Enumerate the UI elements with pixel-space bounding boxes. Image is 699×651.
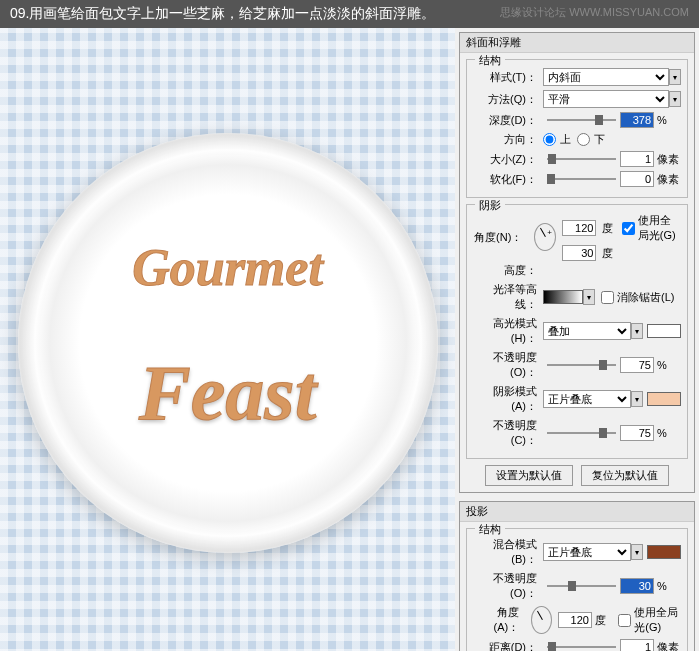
altitude-label: 高度： xyxy=(473,263,543,278)
distance-row: 距离(D)： 像素 xyxy=(473,639,681,651)
direction-row: 方向： 上 下 xyxy=(473,132,681,147)
size-input[interactable] xyxy=(620,151,654,167)
panels: 斜面和浮雕 结构 样式(T)： 内斜面 ▾ 方法(Q)： 平滑 ▾ 深度 xyxy=(455,28,699,651)
angle-row: 角度(N)： + 度 使用全局光(G) xyxy=(473,213,681,261)
ds-opacity-slider[interactable] xyxy=(547,579,616,593)
dropshadow-title: 投影 xyxy=(460,502,694,522)
depth-unit: % xyxy=(657,114,681,126)
preview-canvas: Gourmet Feast xyxy=(0,28,455,651)
blend-color-swatch[interactable] xyxy=(647,545,681,559)
shadow-opacity-slider[interactable] xyxy=(547,426,616,440)
ds-structure-group: 结构 混合模式(B)： 正片叠底 ▾ 不透明度(O)： % 角度(A) xyxy=(466,528,688,651)
shading-label: 阴影 xyxy=(475,198,505,213)
shading-group: 阴影 角度(N)： + 度 使用全局光(G) xyxy=(466,204,688,459)
gourmet-text: Gourmet xyxy=(132,238,323,297)
depth-slider[interactable] xyxy=(547,113,616,127)
angle-input[interactable] xyxy=(562,220,596,236)
blend-select[interactable]: 正片叠底 xyxy=(543,543,631,561)
size-row: 大小(Z)： 像素 xyxy=(473,151,681,167)
highlight-arrow-icon[interactable]: ▾ xyxy=(631,323,643,339)
content: Gourmet Feast 斜面和浮雕 结构 样式(T)： 内斜面 ▾ 方法(Q… xyxy=(0,28,699,651)
blend-row: 混合模式(B)： 正片叠底 ▾ xyxy=(473,537,681,567)
shadow-opacity-input[interactable] xyxy=(620,425,654,441)
dropshadow-panel: 投影 结构 混合模式(B)： 正片叠底 ▾ 不透明度(O)： % xyxy=(459,501,695,651)
structure-group: 结构 样式(T)： 内斜面 ▾ 方法(Q)： 平滑 ▾ 深度(D)： xyxy=(466,59,688,198)
gloss-row: 光泽等高线： ▾ 消除锯齿(L) xyxy=(473,282,681,312)
distance-label: 距离(D)： xyxy=(473,640,543,652)
depth-input[interactable] xyxy=(620,112,654,128)
distance-input[interactable] xyxy=(620,639,654,651)
style-select[interactable]: 内斜面 xyxy=(543,68,669,86)
blend-label: 混合模式(B)： xyxy=(473,537,543,567)
highlight-mode-row: 高光模式(H)： 叠加 ▾ xyxy=(473,316,681,346)
ds-structure-label: 结构 xyxy=(475,522,505,537)
angle-dial[interactable]: + xyxy=(534,223,556,251)
gloss-arrow-icon[interactable]: ▾ xyxy=(583,289,595,305)
bevel-buttons: 设置为默认值 复位为默认值 xyxy=(466,465,688,486)
shadow-opacity-row: 不透明度(C)： % xyxy=(473,418,681,448)
soften-row: 软化(F)： 像素 xyxy=(473,171,681,187)
highlight-opacity-label: 不透明度(O)： xyxy=(473,350,543,380)
technique-select[interactable]: 平滑 xyxy=(543,90,669,108)
distance-slider[interactable] xyxy=(547,640,616,651)
style-arrow-icon[interactable]: ▾ xyxy=(669,69,681,85)
size-slider[interactable] xyxy=(547,152,616,166)
soften-slider[interactable] xyxy=(547,172,616,186)
gloss-label: 光泽等高线： xyxy=(473,282,543,312)
highlight-mode-select[interactable]: 叠加 xyxy=(543,322,631,340)
global-light-check[interactable]: 使用全局光(G) xyxy=(622,213,681,243)
header: 09.用画笔给面包文字上加一些芝麻，给芝麻加一点淡淡的斜面浮雕。 思缘设计论坛 … xyxy=(0,0,699,28)
highlight-opacity-row: 不透明度(O)： % xyxy=(473,350,681,380)
ds-global-light-check[interactable]: 使用全局光(G) xyxy=(618,605,681,635)
size-unit: 像素 xyxy=(657,152,681,167)
ds-angle-label: 角度(A)： xyxy=(473,605,525,635)
ds-angle-dial[interactable] xyxy=(531,606,552,634)
shadow-color-swatch[interactable] xyxy=(647,392,681,406)
gloss-contour[interactable] xyxy=(543,290,583,304)
highlight-opacity-slider[interactable] xyxy=(547,358,616,372)
style-row: 样式(T)： 内斜面 ▾ xyxy=(473,68,681,86)
depth-row: 深度(D)： % xyxy=(473,112,681,128)
highlight-color-swatch[interactable] xyxy=(647,324,681,338)
ds-angle-row: 角度(A)： 度 使用全局光(G) xyxy=(473,605,681,635)
bevel-panel-title: 斜面和浮雕 xyxy=(460,33,694,53)
ds-angle-input[interactable] xyxy=(558,612,592,628)
style-label: 样式(T)： xyxy=(473,70,543,85)
soften-input[interactable] xyxy=(620,171,654,187)
shadow-mode-select[interactable]: 正片叠底 xyxy=(543,390,631,408)
shadow-opacity-label: 不透明度(C)： xyxy=(473,418,543,448)
direction-up-radio[interactable]: 上 xyxy=(543,132,571,147)
shadow-mode-row: 阴影模式(A)： 正片叠底 ▾ xyxy=(473,384,681,414)
reset-default-button[interactable]: 复位为默认值 xyxy=(581,465,669,486)
structure-label: 结构 xyxy=(475,53,505,68)
technique-arrow-icon[interactable]: ▾ xyxy=(669,91,681,107)
technique-label: 方法(Q)： xyxy=(473,92,543,107)
altitude-input[interactable] xyxy=(562,245,596,261)
depth-label: 深度(D)： xyxy=(473,113,543,128)
ds-opacity-row: 不透明度(O)： % xyxy=(473,571,681,601)
plate xyxy=(18,133,438,553)
shadow-mode-label: 阴影模式(A)： xyxy=(473,384,543,414)
direction-label: 方向： xyxy=(473,132,543,147)
watermark: 思缘设计论坛 WWW.MISSYUAN.COM xyxy=(500,5,689,23)
technique-row: 方法(Q)： 平滑 ▾ xyxy=(473,90,681,108)
highlight-opacity-input[interactable] xyxy=(620,357,654,373)
soften-unit: 像素 xyxy=(657,172,681,187)
feast-text: Feast xyxy=(139,348,317,438)
size-label: 大小(Z)： xyxy=(473,152,543,167)
make-default-button[interactable]: 设置为默认值 xyxy=(485,465,573,486)
ds-opacity-input[interactable] xyxy=(620,578,654,594)
angle-label: 角度(N)： xyxy=(473,230,528,245)
bevel-panel: 斜面和浮雕 结构 样式(T)： 内斜面 ▾ 方法(Q)： 平滑 ▾ 深度 xyxy=(459,32,695,493)
blend-arrow-icon[interactable]: ▾ xyxy=(631,544,643,560)
soften-label: 软化(F)： xyxy=(473,172,543,187)
direction-down-radio[interactable]: 下 xyxy=(577,132,605,147)
gloss-antialias-check[interactable]: 消除锯齿(L) xyxy=(601,290,674,305)
shadow-arrow-icon[interactable]: ▾ xyxy=(631,391,643,407)
highlight-mode-label: 高光模式(H)： xyxy=(473,316,543,346)
ds-opacity-label: 不透明度(O)： xyxy=(473,571,543,601)
step-text: 09.用画笔给面包文字上加一些芝麻，给芝麻加一点淡淡的斜面浮雕。 xyxy=(10,5,435,23)
